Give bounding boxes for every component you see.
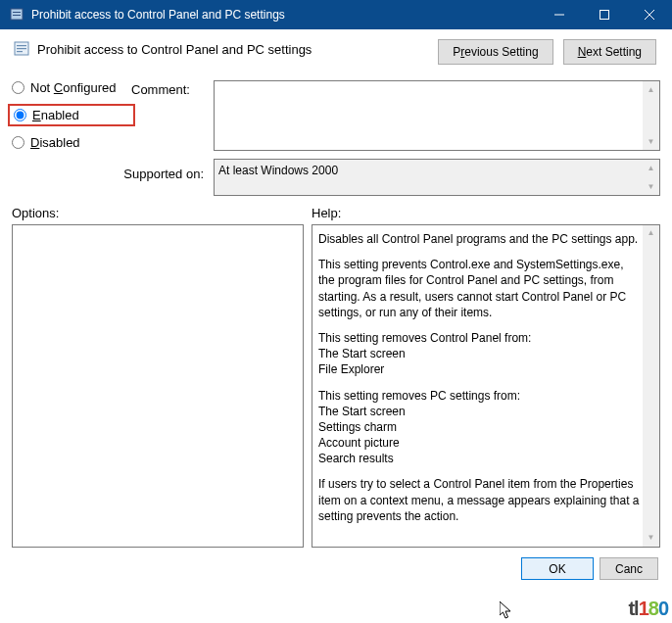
watermark: tl180 [628, 598, 668, 620]
title-bar: Prohibit access to Control Panel and PC … [0, 0, 672, 29]
cursor-icon [500, 601, 515, 621]
scroll-down-icon[interactable]: ▼ [643, 530, 659, 547]
enabled-highlight: Enabled [8, 104, 135, 126]
cancel-button[interactable]: Canc [600, 557, 658, 580]
options-label: Options: [12, 206, 300, 220]
help-text: Settings charm [318, 419, 642, 435]
svg-rect-0 [11, 9, 23, 20]
radio-disabled[interactable]: Disabled [12, 135, 131, 150]
help-text: Search results [318, 451, 642, 466]
supported-scrollbar: ▲ ▼ [643, 160, 659, 195]
svg-rect-8 [17, 45, 26, 46]
scroll-up-icon: ▲ [643, 160, 659, 176]
comment-scrollbar[interactable]: ▲ ▼ [643, 81, 659, 150]
window-title: Prohibit access to Control Panel and PC … [31, 8, 537, 22]
help-text: The Start screen [318, 346, 642, 361]
radio-enabled-input[interactable] [14, 109, 26, 121]
page-heading: Prohibit access to Control Panel and PC … [37, 42, 312, 57]
help-text: This setting removes Control Panel from: [318, 330, 642, 346]
comment-textarea[interactable]: ▲ ▼ [214, 80, 660, 151]
next-setting-button[interactable]: Next Setting [563, 39, 656, 65]
help-text: Disables all Control Panel programs and … [318, 231, 642, 247]
maximize-button[interactable] [582, 0, 627, 29]
help-text: File Explorer [318, 361, 642, 377]
help-text: Account picture [318, 435, 642, 451]
ok-button[interactable]: OK [521, 557, 594, 580]
scroll-up-icon[interactable]: ▲ [643, 225, 659, 242]
help-text: If users try to select a Control Panel i… [318, 476, 642, 524]
svg-rect-9 [17, 48, 26, 49]
help-text: This setting removes PC settings from: [318, 388, 642, 404]
radio-not-configured-input[interactable] [12, 81, 24, 94]
close-button[interactable] [627, 0, 672, 29]
radio-not-configured[interactable]: Not Configured [12, 80, 131, 95]
svg-rect-4 [600, 11, 609, 20]
help-panel[interactable]: Disables all Control Panel programs and … [312, 224, 660, 548]
scroll-up-icon[interactable]: ▲ [643, 81, 659, 98]
scroll-down-icon: ▼ [643, 178, 659, 195]
svg-rect-2 [13, 15, 21, 16]
comment-label: Comment: [131, 82, 214, 97]
svg-rect-1 [13, 12, 21, 13]
help-text: This setting prevents Control.exe and Sy… [318, 257, 642, 320]
previous-setting-button[interactable]: Previous Setting [438, 39, 552, 65]
help-scrollbar[interactable]: ▲ ▼ [643, 225, 659, 547]
svg-rect-10 [17, 51, 23, 52]
supported-on-field: At least Windows 2000 ▲ ▼ [214, 159, 660, 196]
app-icon [8, 6, 25, 24]
policy-icon [12, 39, 31, 59]
radio-enabled[interactable]: Enabled [14, 108, 129, 122]
scroll-down-icon[interactable]: ▼ [643, 133, 659, 150]
help-text: The Start screen [318, 404, 642, 419]
minimize-button[interactable] [537, 0, 582, 29]
options-panel [12, 224, 304, 548]
radio-disabled-input[interactable] [12, 136, 24, 149]
supported-on-label: Supported on: [12, 167, 204, 181]
help-label: Help: [312, 206, 341, 220]
